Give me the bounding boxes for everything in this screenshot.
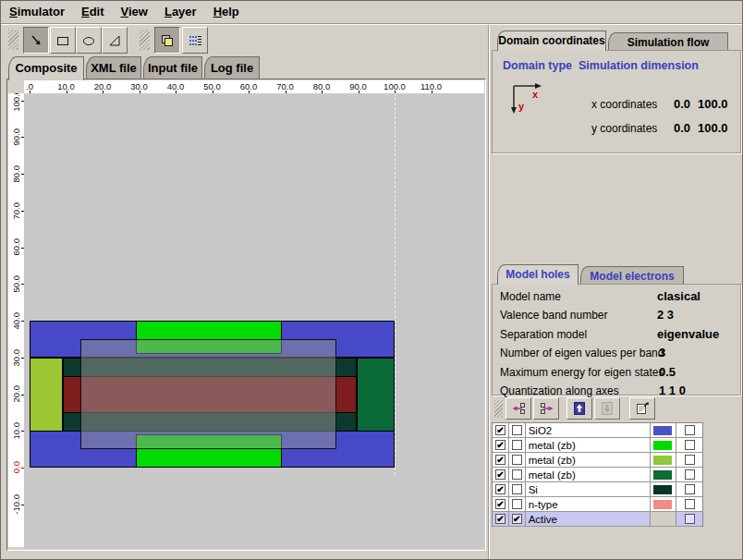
x-min-value: 0.0 xyxy=(674,97,690,111)
triangle-tool-button[interactable] xyxy=(102,27,128,54)
eigen-values-per-band-label: Number of eigen values per band xyxy=(500,347,664,359)
toolbar-grip[interactable] xyxy=(8,30,18,50)
toolbar-grip-2[interactable] xyxy=(140,30,150,50)
layer-flag-checkbox[interactable] xyxy=(512,484,522,494)
layer-visible-cell: ✔ xyxy=(493,423,509,437)
layer-color-swatch xyxy=(653,485,672,494)
layer-visible-checkbox[interactable]: ✔ xyxy=(495,440,505,450)
move-up-button[interactable] xyxy=(566,397,592,420)
layer-name: n-type xyxy=(526,497,651,511)
layer-extra-checkbox[interactable] xyxy=(685,425,695,435)
domain-boundary-guide xyxy=(395,93,396,475)
layer-color-cell xyxy=(651,482,677,496)
layer-visible-checkbox[interactable]: ✔ xyxy=(495,484,505,494)
region-metal-contact-right[interactable] xyxy=(357,358,395,432)
menu-view[interactable]: View xyxy=(113,1,156,21)
layer-table: ✔SiO2✔metal (zb)✔metal (zb)✔metal (zb)✔S… xyxy=(492,422,703,527)
layer-flag-cell xyxy=(509,423,526,437)
layer-flag-checkbox[interactable] xyxy=(512,425,522,435)
layer-visible-checkbox[interactable]: ✔ xyxy=(495,469,505,480)
layer-visible-checkbox[interactable]: ✔ xyxy=(495,499,505,509)
tab-xml-file[interactable]: XML file xyxy=(86,56,141,79)
layer-row-metal-zb-[interactable]: ✔metal (zb) xyxy=(493,453,702,468)
layer-flag-cell xyxy=(509,497,526,511)
simulation-dimension-heading: Simulation dimension xyxy=(579,59,699,72)
x-coordinates-label: x coordinates xyxy=(591,98,657,111)
x-max-value: 100.0 xyxy=(698,97,728,111)
tab-composite[interactable]: Composite xyxy=(8,56,84,80)
layer-row-active[interactable]: ✔✔Active xyxy=(493,512,702,527)
active-region-overlay[interactable] xyxy=(80,339,336,449)
split-right-icon xyxy=(539,401,554,416)
tab-log-file[interactable]: Log file xyxy=(204,56,260,79)
menu-simulator[interactable]: Simulator xyxy=(1,1,73,21)
move-up-icon xyxy=(572,401,587,416)
layer-visible-cell: ✔ xyxy=(493,512,509,526)
mesh-tool-button[interactable] xyxy=(182,27,208,54)
properties-icon xyxy=(635,401,651,416)
layer-flag-cell xyxy=(509,482,526,496)
ellipse-icon xyxy=(81,33,96,48)
split-left-button[interactable] xyxy=(505,397,531,420)
menu-edit[interactable]: Edit xyxy=(73,1,113,21)
layer-flag-checkbox[interactable] xyxy=(512,440,522,450)
menu-help[interactable]: Help xyxy=(205,1,248,21)
layers-tool-button[interactable] xyxy=(154,27,180,54)
v-ruler-label: 50.0 xyxy=(11,275,21,293)
layer-flag-checkbox[interactable] xyxy=(512,499,522,509)
simulator-window: { "menu_bar": { "items": [ {"label":"Sim… xyxy=(0,0,743,560)
layer-toolbar-grip[interactable] xyxy=(494,400,503,418)
layer-visible-cell: ✔ xyxy=(493,468,509,481)
y-axis-label: y xyxy=(518,101,525,112)
y-max-value: 100.0 xyxy=(698,121,728,135)
layers-icon xyxy=(159,32,176,49)
v-ruler-label: 100.0 xyxy=(11,93,21,111)
layer-extra-checkbox[interactable] xyxy=(685,469,695,480)
menu-layer[interactable]: Layer xyxy=(156,1,205,21)
region-metal-contact-left[interactable] xyxy=(30,358,63,432)
tab-model-electrons[interactable]: Model electrons xyxy=(580,266,684,285)
ellipse-tool-button[interactable] xyxy=(76,27,102,54)
v-ruler-label: 10.0 xyxy=(11,422,21,440)
layer-extra-checkbox[interactable] xyxy=(685,499,695,509)
separation-model-value: eigenvalue xyxy=(657,327,719,341)
layer-row-n-type[interactable]: ✔n-type xyxy=(493,497,702,512)
tab-model-holes[interactable]: Model holes xyxy=(497,264,579,285)
layer-flag-checkbox[interactable] xyxy=(512,455,522,465)
ruler-corner xyxy=(8,80,24,93)
layer-extra-checkbox[interactable] xyxy=(685,455,695,465)
tab-domain-coordinates[interactable]: Domain coordinates xyxy=(497,30,606,51)
layer-color-swatch xyxy=(653,500,672,509)
layer-row-sio2[interactable]: ✔SiO2 xyxy=(493,423,702,438)
layer-visible-checkbox[interactable]: ✔ xyxy=(495,514,505,524)
horizontal-ruler: .010.020.030.040.050.060.070.080.090.010… xyxy=(24,80,484,93)
panel-divider[interactable] xyxy=(488,25,490,559)
layer-name: Active xyxy=(526,512,651,526)
layer-visible-checkbox[interactable]: ✔ xyxy=(495,425,505,435)
layer-flag-checkbox[interactable] xyxy=(512,469,522,480)
properties-button[interactable] xyxy=(629,397,655,420)
layer-row-metal-zb-[interactable]: ✔metal (zb) xyxy=(493,468,702,482)
valence-band-number-label: Valence band number xyxy=(500,309,608,322)
tab-simulation-flow-control[interactable]: Simulation flow control xyxy=(608,32,728,51)
quantization-axes-label: Quantization along axes xyxy=(500,384,619,397)
layer-extra-checkbox[interactable] xyxy=(685,440,695,450)
rectangle-tool-button[interactable] xyxy=(50,27,76,54)
layer-name: metal (zb) xyxy=(526,453,651,467)
x-axis-label: x xyxy=(532,89,539,100)
layer-extra-checkbox[interactable] xyxy=(685,514,695,524)
split-right-button[interactable] xyxy=(533,397,559,420)
layer-flag-checkbox[interactable]: ✔ xyxy=(512,514,522,524)
layer-row-metal-zb-[interactable]: ✔metal (zb) xyxy=(493,438,702,453)
move-down-button[interactable] xyxy=(594,397,620,420)
pointer-tool-button[interactable] xyxy=(23,27,49,54)
layer-visible-checkbox[interactable]: ✔ xyxy=(495,455,505,465)
layer-flag-cell xyxy=(509,468,526,481)
layer-extra-cell xyxy=(676,438,702,452)
tab-input-file[interactable]: Input file xyxy=(143,56,202,79)
v-ruler-label: -10.0 xyxy=(11,494,21,515)
device-canvas[interactable] xyxy=(24,93,484,549)
layer-extra-checkbox[interactable] xyxy=(685,484,695,494)
max-energy-label: Maximum energy for eigen states xyxy=(500,366,664,379)
layer-row-si[interactable]: ✔Si xyxy=(493,482,702,497)
